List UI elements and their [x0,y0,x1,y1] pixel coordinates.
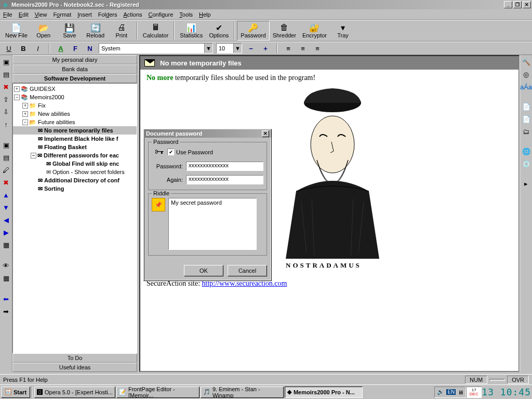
reload-button[interactable]: 🔄Reload [83,21,109,41]
tray-clock[interactable]: 13 10:45 [482,387,531,397]
start-button[interactable]: 🪟Start [1,387,30,398]
tab-software[interactable]: Software Development [12,74,137,83]
tool-icon[interactable]: ↑ [2,119,11,129]
menu-help[interactable]: Help [199,11,211,18]
align-left-button[interactable]: ≡ [283,43,294,54]
tab-diary[interactable]: My personal diary [12,55,137,64]
tool-icon[interactable]: ⇧ [2,95,11,104]
tab-bank[interactable]: Bank data [12,64,137,74]
task-frontpage[interactable]: 📝FrontPage Editor - [Memoir... [116,387,200,398]
tool-icon[interactable]: aÁa [522,82,531,91]
tool-icon[interactable]: ▣ [2,140,11,150]
tray-icon[interactable]: 🔊 [437,389,444,395]
tool-icon[interactable]: 🗂 [522,127,531,136]
open-button[interactable]: 📂Open [31,21,57,41]
tab-todo[interactable]: To Do [12,353,137,363]
menu-actions[interactable]: Actions [123,11,142,18]
align-center-button[interactable]: ≡ [297,43,309,54]
tool-icon[interactable]: ◎ [522,70,531,79]
fontcolor-n-button[interactable]: N [84,43,96,54]
save-icon: 💾 [64,23,75,32]
increase-button[interactable]: + [260,43,271,54]
tool-icon[interactable]: ◀ [2,215,11,224]
tool-icon[interactable]: ➡ [2,307,11,316]
maximize-button[interactable]: ❐ [513,1,522,8]
tray-icon[interactable]: 🖥 [458,389,463,395]
ok-button[interactable]: OK [184,265,223,276]
font-combo[interactable]: System▼ [99,43,213,54]
shredder-button[interactable]: 🗑Shredder [270,21,299,41]
key-icon: 🗝 [152,147,167,157]
tray-button[interactable]: ▾Tray [330,21,356,41]
calculator-button[interactable]: 🖩Calculator [140,21,172,41]
task-opera[interactable]: 🅾Opera 5.0 - [Expert Hosti... [34,387,115,398]
use-password-checkbox[interactable]: ✔Use Password [167,149,213,155]
tool-icon[interactable]: ✖ [2,82,11,91]
statistics-button[interactable]: 📊Statistics [177,21,206,41]
status-num: NUM [465,376,487,384]
underline-button[interactable]: U [3,43,15,54]
minimize-button[interactable]: _ [504,1,512,8]
shredder-icon: 🗑 [280,23,288,32]
tool-icon[interactable]: ▦ [2,273,11,283]
task-memoirs[interactable]: ◆Memoirs2000 Pro - N... [285,387,363,398]
menu-file[interactable]: File [3,11,12,18]
password-group: Password 🗝 ✔Use Password Password:xxxxxx… [148,142,267,190]
menu-insert[interactable]: Insert [77,11,92,18]
tool-icon[interactable]: ▤ [2,70,11,79]
menu-tools[interactable]: Tools [179,11,193,18]
folder-tree[interactable]: +📚GUIDESX −📚Memoirs2000 +📁Fix +📁New abil… [12,83,137,353]
dialog-titlebar[interactable]: Document password ✕ [144,129,271,138]
tool-icon[interactable]: ⬅ [2,294,11,303]
tool-icon[interactable]: 💿 [522,159,531,168]
calculator-icon: 🖩 [152,23,160,32]
window-title: Memoirs2000 Pro - Notebook2.sec - Regist… [11,2,139,8]
riddle-textarea[interactable]: My secret password [168,198,257,250]
tray-date[interactable]: 17DEC [466,387,482,398]
menu-configure[interactable]: Configure [149,11,174,18]
tool-icon[interactable]: ⇩ [2,107,11,116]
fontcolor-f-button[interactable]: F [70,43,81,54]
tab-ideas[interactable]: Useful ideas [12,363,137,372]
password-again-input[interactable]: xxxxxxxxxxxxxx [186,175,263,184]
tool-icon[interactable]: ▦ [2,240,11,249]
menu-view[interactable]: View [35,11,47,18]
system-tray[interactable]: 🔊 EN 🖥 [434,387,466,398]
bold-button[interactable]: B [18,43,29,54]
decrease-button[interactable]: − [245,43,257,54]
tool-icon[interactable]: 📄 [522,102,531,111]
task-winamp[interactable]: 🎵9. Eminem - Stan - Winamp [201,387,284,398]
note-icon: 📌 [152,198,165,211]
tool-icon[interactable]: ▶ [2,228,11,237]
tool-icon[interactable]: ✖ [2,178,11,187]
tool-icon[interactable]: 🔨 [522,57,531,66]
tool-icon[interactable]: ▤ [2,153,11,162]
tool-icon[interactable]: 🌐 [522,147,531,156]
newfile-button[interactable]: 📄New File [2,21,31,41]
italic-button[interactable]: I [32,43,44,54]
portrait-image [275,77,390,259]
print-button[interactable]: 🖨Print [109,21,135,41]
password-button[interactable]: 🔑Password [237,21,269,41]
align-right-button[interactable]: ≡ [312,43,323,54]
password-input[interactable]: xxxxxxxxxxxxxx [186,162,263,171]
tool-icon[interactable]: ▲ [2,190,11,200]
tool-icon[interactable]: 👁 [2,261,11,270]
size-combo[interactable]: 10▼ [216,43,242,54]
options-button[interactable]: ✔Options [206,21,232,41]
tool-icon[interactable]: ▣ [2,57,11,66]
close-button[interactable]: ✕ [523,1,531,8]
menu-folders[interactable]: Folders [98,11,117,18]
cancel-button[interactable]: Cancel [228,265,267,276]
encryptor-button[interactable]: 🔐Encryptor [299,21,330,41]
menu-format[interactable]: Format [53,11,71,18]
save-button[interactable]: 💾Save [57,21,83,41]
dialog-close-button[interactable]: ✕ [262,130,269,137]
menu-edit[interactable]: Edit [19,11,29,18]
tool-icon[interactable]: ▸ [522,179,531,188]
tool-icon[interactable]: ▼ [2,203,11,212]
tool-icon[interactable]: 📄 [522,114,531,124]
lang-indicator[interactable]: EN [446,389,456,395]
tool-icon[interactable]: 🖊 [2,165,11,175]
fontcolor-a-button[interactable]: A [55,43,66,54]
